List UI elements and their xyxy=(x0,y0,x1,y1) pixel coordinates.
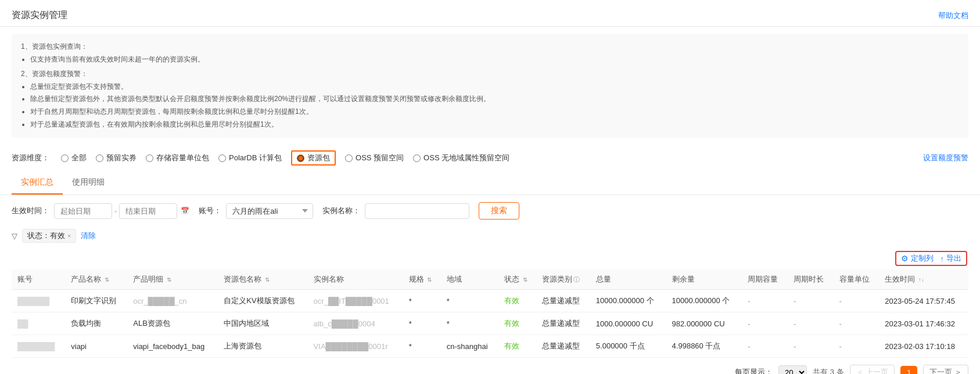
export-icon: ↑ xyxy=(940,254,945,263)
date-range: - 📅 xyxy=(54,203,189,219)
table-header-row: 账号 产品名称 ⇅ 产品明细 ⇅ 资源包名称 ⇅ 实例名称 规格 ⇅ 地域 状态… xyxy=(12,269,968,290)
cell-pack-name-3: 上海资源包 xyxy=(218,335,307,358)
export-label: 导出 xyxy=(946,253,961,264)
cell-capacity-unit-3: - xyxy=(834,335,880,358)
date-separator: - xyxy=(114,207,117,215)
filter-tag-status: 状态：有效 × xyxy=(22,229,76,243)
active-filters: ▽ 状态：有效 × 清除 xyxy=(0,226,980,247)
table-row: ███████ viapi viapi_facebody1_bag 上海资源包 … xyxy=(12,335,968,358)
cell-account-1: ██████ xyxy=(12,290,65,312)
current-page[interactable]: 1 xyxy=(900,366,917,374)
sort-icon-product[interactable]: ⇅ xyxy=(105,276,109,283)
sort-icon-effective-time[interactable]: ↑↓ xyxy=(918,276,924,283)
col-total: 总量 xyxy=(590,269,666,290)
account-select[interactable]: 六月的雨在ali xyxy=(226,203,313,219)
col-instance-name: 实例名称 xyxy=(308,269,403,290)
col-account: 账号 xyxy=(12,269,65,290)
col-product-name: 产品名称 ⇅ xyxy=(65,269,127,290)
info-point-1-1: 仅支持查询当前有效或失效时间未超一年的的资源实例。 xyxy=(30,53,959,66)
radio-oss-reserve[interactable]: OSS 预留空间 xyxy=(345,153,404,163)
search-bar: 生效时间： - 📅 账号： 六月的雨在ali 实例名称： 搜索 xyxy=(0,195,980,226)
cell-capacity-unit-1: - xyxy=(834,290,880,312)
cell-region-3: cn-shanghai xyxy=(441,335,498,358)
cell-effective-time-1: 2023-05-24 17:57:45 xyxy=(879,290,968,312)
cell-resource-type-1: 总量递减型 xyxy=(536,290,590,312)
sort-icon-status[interactable]: ⇅ xyxy=(523,276,527,283)
cell-total-1: 10000.000000 个 xyxy=(590,290,666,312)
cell-status-3: 有效 xyxy=(498,335,536,358)
info-point-2-1: 总量恒定型资源包不支持预警。 xyxy=(30,81,959,94)
search-button[interactable]: 搜索 xyxy=(479,202,519,220)
calendar-icon: 📅 xyxy=(181,207,189,215)
page-title: 资源实例管理 xyxy=(12,9,67,21)
total-text: 共有 3 条 xyxy=(813,367,843,374)
export-button[interactable]: ↑ 导出 xyxy=(940,253,962,264)
cell-cycle-capacity-2: - xyxy=(742,312,788,335)
cell-product-name-3: viapi xyxy=(65,335,127,358)
cell-effective-time-3: 2023-02-03 17:10:18 xyxy=(879,335,968,358)
resource-type-info-icon[interactable]: ⓘ xyxy=(573,276,580,283)
cell-cycle-capacity-1: - xyxy=(742,290,788,312)
page-size-select[interactable]: 20 xyxy=(778,365,807,374)
sort-icon-pack[interactable]: ⇅ xyxy=(265,276,270,283)
cell-spec-3: * xyxy=(403,335,441,358)
end-date-input[interactable] xyxy=(119,203,177,219)
customize-col-button[interactable]: ⚙ 定制列 xyxy=(901,253,934,264)
col-remaining: 剩余量 xyxy=(666,269,742,290)
col-product-detail: 产品明细 ⇅ xyxy=(127,269,218,290)
next-page-button[interactable]: 下一页 ＞ xyxy=(923,365,968,374)
toolbar-highlight-box: ⚙ 定制列 ↑ 导出 xyxy=(895,251,968,266)
col-effective-time: 生效时间 ↑↓ xyxy=(879,269,968,290)
cell-total-2: 1000.000000 CU xyxy=(590,312,666,335)
radio-polardb[interactable]: PolarDB 计算包 xyxy=(218,153,282,163)
status-badge-2: 有效 xyxy=(504,319,519,328)
page-size-label: 每页显示： xyxy=(735,367,773,374)
instances-table: 账号 产品名称 ⇅ 产品明细 ⇅ 资源包名称 ⇅ 实例名称 规格 ⇅ 地域 状态… xyxy=(12,269,968,358)
customize-col-label: 定制列 xyxy=(911,253,934,264)
sort-icon-detail[interactable]: ⇅ xyxy=(167,276,171,283)
effective-time-field: 生效时间： - 📅 xyxy=(12,203,189,219)
tabs: 实例汇总 使用明细 xyxy=(0,171,980,195)
tab-detail[interactable]: 使用明细 xyxy=(63,171,114,195)
radio-oss-region[interactable]: OSS 无地域属性预留空间 xyxy=(413,153,509,163)
cell-cycle-duration-2: - xyxy=(788,312,834,335)
start-date-input[interactable] xyxy=(54,203,112,219)
info-point-2-2: 除总量恒定型资源包外，其他资源包类型默认会开启额度预警并按剩余额度比例20%进行… xyxy=(30,93,959,106)
col-cycle-duration: 周期时长 xyxy=(788,269,834,290)
cell-cycle-duration-1: - xyxy=(788,290,834,312)
help-link[interactable]: 帮助文档 xyxy=(938,10,968,21)
status-badge-1: 有效 xyxy=(504,296,519,305)
instance-name-input[interactable] xyxy=(365,203,469,219)
info-point-2-3: 对于自然月周期型和动态月周期型资源包，每周期按剩余额度比例和总量尽时分别提醒1次… xyxy=(30,106,959,118)
clear-filters-link[interactable]: 清除 xyxy=(81,231,96,241)
cell-cycle-capacity-3: - xyxy=(742,335,788,358)
cell-effective-time-2: 2023-03-01 17:46:32 xyxy=(879,312,968,335)
cell-product-name-2: 负载均衡 xyxy=(65,312,127,335)
info-point-2-4: 对于总量递减型资源包，在有效期内按剩余额度比例和总量用尽时分别提醒1次。 xyxy=(30,118,959,131)
filter-icon: ▽ xyxy=(12,232,17,240)
page-container: 资源实例管理 帮助文档 1、资源包实例查询： 仅支持查询当前有效或失效时间未超一… xyxy=(0,0,980,374)
tab-summary[interactable]: 实例汇总 xyxy=(12,171,63,195)
set-quota-link[interactable]: 设置额度预警 xyxy=(923,153,968,163)
table-wrap: 账号 产品名称 ⇅ 产品明细 ⇅ 资源包名称 ⇅ 实例名称 规格 ⇅ 地域 状态… xyxy=(0,269,980,358)
filter-tag-close[interactable]: × xyxy=(67,232,71,239)
radio-storage-unit[interactable]: 存储容量单位包 xyxy=(146,153,209,163)
sort-icon-spec[interactable]: ⇅ xyxy=(427,276,432,283)
instance-name-label: 实例名称： xyxy=(322,206,360,216)
radio-reserve-coupon[interactable]: 预留实券 xyxy=(96,153,137,163)
info-title-1: 1、资源包实例查询： xyxy=(21,41,959,53)
cell-instance-name-2: alb_c█████0004 xyxy=(308,312,403,335)
prev-page-button[interactable]: ＜ 上一页 xyxy=(850,365,895,374)
filter-dimension-label: 资源维度： xyxy=(12,153,49,163)
cell-account-3: ███████ xyxy=(12,335,65,358)
table-row: ██ 负载均衡 ALB资源包 中国内地区域 alb_c█████0004 * *… xyxy=(12,312,968,335)
radio-resource-pack[interactable]: 资源包 xyxy=(291,150,336,166)
cell-status-1: 有效 xyxy=(498,290,536,312)
cell-resource-type-2: 总量递减型 xyxy=(536,312,590,335)
table-section: ⚙ 定制列 ↑ 导出 账号 产品名称 ⇅ 产品明细 ⇅ 资源包名称 ⇅ xyxy=(0,247,980,358)
info-box: 1、资源包实例查询： 仅支持查询当前有效或失效时间未超一年的的资源实例。 2、资… xyxy=(12,34,968,138)
radio-all[interactable]: 全部 xyxy=(61,153,87,163)
cell-pack-name-1: 自定义KV模版资源包 xyxy=(218,290,307,312)
radio-group: 全部 预留实券 存储容量单位包 PolarDB 计算包 资源包 OSS 预留空间 xyxy=(61,150,509,166)
cell-spec-1: * xyxy=(403,290,441,312)
